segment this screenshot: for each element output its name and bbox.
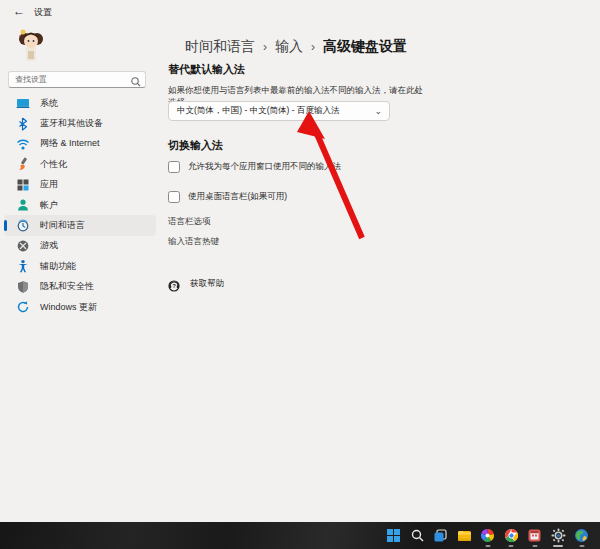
taskbar-button-globe-app[interactable] xyxy=(570,523,594,548)
svg-text:?: ? xyxy=(172,283,176,289)
sidebar-item-10[interactable]: 隐私和安全性 xyxy=(4,277,156,297)
windows-update-icon xyxy=(16,300,30,314)
per-app-ime-checkbox[interactable] xyxy=(168,161,180,173)
desktop-language-bar-label: 使用桌面语言栏(如果可用) xyxy=(188,191,287,203)
default-input-method-dropdown[interactable]: 中文(简体，中国) - 中文(简体) - 百度输入法 ⌄ xyxy=(168,101,390,121)
sidebar-item-label: 时间和语言 xyxy=(40,219,85,232)
running-indicator xyxy=(553,545,563,547)
per-app-ime-checkbox-row: 允许我为每个应用窗口使用不同的输入法 xyxy=(168,161,341,173)
app-title: 设置 xyxy=(34,6,52,19)
search-icon xyxy=(410,528,425,543)
taskbar-button-chrome[interactable] xyxy=(500,523,524,548)
desktop-language-bar-checkbox-row: 使用桌面语言栏(如果可用) xyxy=(168,191,287,203)
back-button[interactable]: ← xyxy=(13,4,25,18)
apps-icon xyxy=(16,178,30,192)
input-language-hotkeys-link[interactable]: 输入语言热键 xyxy=(168,236,219,248)
sidebar-item-label: Windows 更新 xyxy=(40,301,97,314)
get-help-icon: ? xyxy=(168,278,180,290)
get-help-row[interactable]: ? 获取帮助 xyxy=(168,278,224,290)
sidebar-item-11[interactable]: Windows 更新 xyxy=(4,297,156,317)
sidebar-item-3[interactable]: 网络 & Internet xyxy=(4,134,156,154)
sidebar-item-label: 应用 xyxy=(40,178,58,191)
running-indicator xyxy=(532,545,537,547)
settings-gear-icon xyxy=(551,528,566,543)
taskbar-button-color-wheel-app[interactable] xyxy=(476,523,500,548)
color-wheel-app-icon xyxy=(480,528,495,543)
running-indicator xyxy=(509,545,514,547)
sidebar-item-1[interactable]: 系统 xyxy=(4,93,156,113)
sidebar-item-label: 系统 xyxy=(40,97,58,110)
breadcrumb: 时间和语言 › 输入 › 高级键盘设置 xyxy=(185,38,407,56)
desktop-language-bar-checkbox[interactable] xyxy=(168,191,180,203)
taskbar-button-file-explorer[interactable] xyxy=(453,523,477,548)
search-icon[interactable] xyxy=(129,74,143,86)
privacy-icon xyxy=(16,280,30,294)
file-explorer-icon xyxy=(457,528,472,543)
dropdown-selected-value: 中文(简体，中国) - 中文(简体) - 百度输入法 xyxy=(169,105,367,117)
taskbar-button-start[interactable] xyxy=(382,523,406,548)
accessibility-icon xyxy=(16,259,30,273)
sidebar-item-4[interactable]: 个性化 xyxy=(4,154,156,174)
sidebar-item-6[interactable]: 帐户 xyxy=(4,195,156,215)
search-input[interactable] xyxy=(9,75,129,84)
taskbar-icons xyxy=(382,522,594,549)
red-app-icon xyxy=(527,528,542,543)
sidebar-item-label: 游戏 xyxy=(40,239,58,252)
accounts-icon xyxy=(16,198,30,212)
breadcrumb-separator: › xyxy=(311,40,315,54)
globe-app-icon xyxy=(574,528,589,543)
taskbar-button-search[interactable] xyxy=(406,523,430,548)
bluetooth-icon xyxy=(16,117,30,131)
chevron-down-icon: ⌄ xyxy=(367,106,389,116)
sidebar-item-5[interactable]: 应用 xyxy=(4,175,156,195)
network-icon xyxy=(16,137,30,151)
chrome-icon xyxy=(504,528,519,543)
taskbar-button-red-app[interactable] xyxy=(523,523,547,548)
switching-ime-heading: 切换输入法 xyxy=(168,138,223,153)
user-avatar[interactable] xyxy=(16,27,46,65)
sidebar-item-label: 个性化 xyxy=(40,158,67,171)
settings-search-box xyxy=(8,71,146,88)
sidebar-item-2[interactable]: 蓝牙和其他设备 xyxy=(4,113,156,133)
sidebar-item-label: 蓝牙和其他设备 xyxy=(40,117,103,130)
sidebar-item-label: 网络 & Internet xyxy=(40,137,100,150)
start-icon xyxy=(386,528,401,543)
taskbar xyxy=(0,522,600,549)
sidebar-item-label: 辅助功能 xyxy=(40,260,76,273)
get-help-label: 获取帮助 xyxy=(190,278,224,290)
sidebar-item-9[interactable]: 辅助功能 xyxy=(4,256,156,276)
sidebar-item-8[interactable]: 游戏 xyxy=(4,236,156,256)
sidebar-nav: 系统蓝牙和其他设备网络 & Internet个性化应用帐户时间和语言游戏辅助功能… xyxy=(4,93,156,317)
breadcrumb-time-language[interactable]: 时间和语言 xyxy=(185,38,255,56)
running-indicator xyxy=(579,545,584,547)
per-app-ime-label: 允许我为每个应用窗口使用不同的输入法 xyxy=(188,161,341,173)
page-title: 高级键盘设置 xyxy=(323,38,407,56)
breadcrumb-input[interactable]: 输入 xyxy=(275,38,303,56)
sidebar-item-label: 隐私和安全性 xyxy=(40,280,94,293)
title-bar: ← 设置 xyxy=(0,0,600,22)
override-default-ime-heading: 替代默认输入法 xyxy=(168,62,245,77)
breadcrumb-separator: › xyxy=(263,40,267,54)
gaming-icon xyxy=(16,239,30,253)
personalization-icon xyxy=(16,157,30,171)
system-icon xyxy=(16,96,30,110)
task-view-icon xyxy=(433,528,448,543)
time-language-icon xyxy=(16,219,30,233)
sidebar-item-label: 帐户 xyxy=(40,199,58,212)
running-indicator xyxy=(485,545,490,547)
sidebar-item-7[interactable]: 时间和语言 xyxy=(4,215,156,235)
language-bar-options-link[interactable]: 语言栏选项 xyxy=(168,216,211,228)
taskbar-button-task-view[interactable] xyxy=(429,523,453,548)
settings-window: ← 设置 系统蓝牙和其他设备网络 & Internet个性化应用帐户时间和语言游 xyxy=(0,0,600,549)
taskbar-button-settings-gear[interactable] xyxy=(547,523,571,548)
